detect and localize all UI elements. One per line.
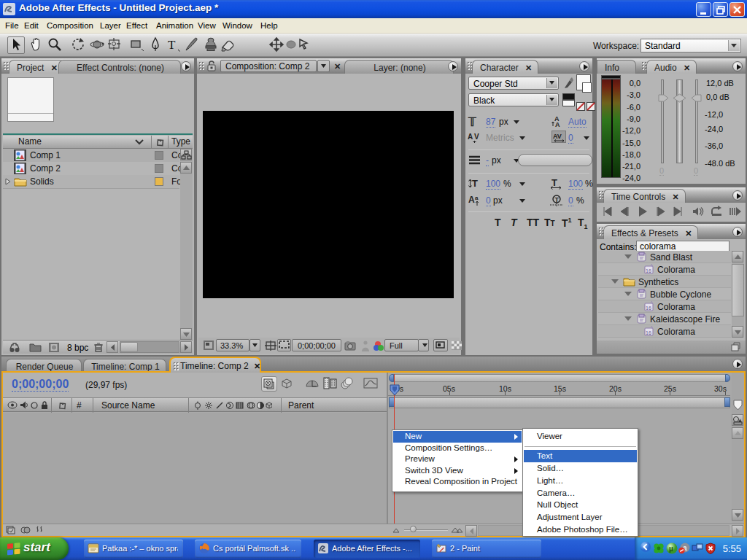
svg-text:T: T	[472, 178, 478, 189]
svg-text:µ: µ	[669, 545, 673, 553]
svg-text:16: 16	[646, 306, 651, 311]
svg-text:T: T	[555, 196, 560, 203]
svg-text:16: 16	[646, 330, 651, 335]
svg-text:A: A	[468, 133, 473, 141]
svg-text:A: A	[468, 195, 475, 205]
svg-text:a: a	[475, 195, 479, 201]
svg-text:AV: AV	[553, 133, 562, 140]
svg-text:V: V	[474, 133, 479, 141]
svg-text:16: 16	[646, 268, 651, 273]
svg-text:T: T	[168, 38, 176, 52]
svg-text:A: A	[555, 121, 560, 128]
